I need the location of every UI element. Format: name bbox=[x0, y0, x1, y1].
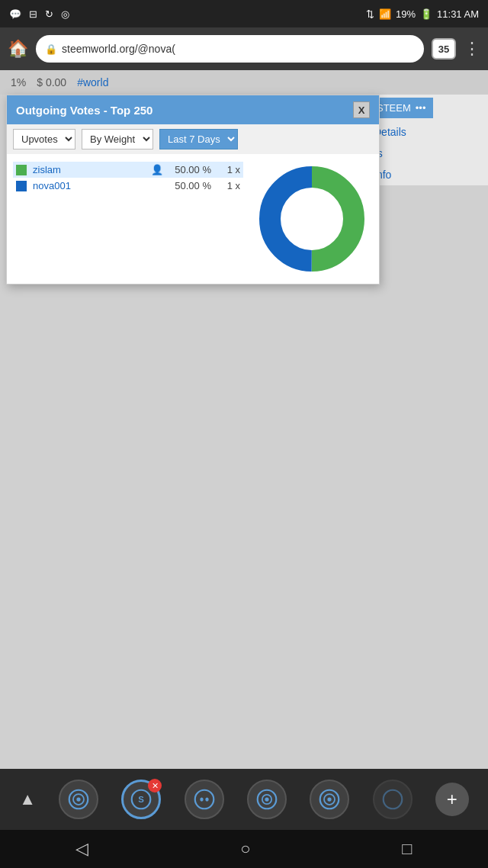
svg-text:S: S bbox=[139, 795, 145, 804]
nav-btn-discord[interactable] bbox=[185, 780, 224, 819]
sys-nav: ◁ ○ □ bbox=[0, 830, 488, 868]
lock-icon: 🔒 bbox=[45, 43, 57, 55]
signal-icon: 📶 bbox=[379, 8, 391, 20]
close-badge: ✕ bbox=[148, 779, 162, 792]
vote-item[interactable]: zislam 👤 50.00 % 1 x bbox=[13, 162, 243, 178]
vote-list: zislam 👤 50.00 % 1 x nova001 50.00 % 1 x bbox=[13, 162, 243, 276]
vote-count-1: 1 x bbox=[217, 164, 240, 175]
svg-point-11 bbox=[205, 797, 208, 801]
network-icon: ⇅ bbox=[366, 8, 374, 20]
vote-name-2[interactable]: nova001 bbox=[33, 180, 145, 191]
world-tag[interactable]: #world bbox=[77, 76, 108, 88]
modal-close-button[interactable]: X bbox=[353, 101, 370, 118]
recents-button[interactable]: □ bbox=[402, 839, 412, 859]
svg-point-18 bbox=[383, 790, 402, 809]
battery-text: 19% bbox=[396, 8, 416, 20]
vote-type-select[interactable]: Upvotes bbox=[13, 129, 75, 149]
sort-select[interactable]: By Weight bbox=[82, 129, 153, 149]
nav-btn-sync[interactable] bbox=[310, 780, 349, 819]
blue-color-box bbox=[16, 181, 27, 191]
person-icon-1: 👤 bbox=[151, 164, 163, 175]
vote-item[interactable]: nova001 50.00 % 1 x bbox=[13, 178, 243, 194]
url-bar[interactable]: 🔒 steemworld.org/@nova( bbox=[36, 35, 424, 63]
whatsapp-icon: 💬 bbox=[9, 8, 21, 20]
page-area: 1% $ 0.00 #world STEEM ••• Details rs In… bbox=[0, 70, 488, 769]
modal-header: Outgoing Votes - Top 250 X bbox=[7, 95, 379, 124]
time: 11:31 AM bbox=[437, 8, 479, 20]
svg-point-14 bbox=[265, 797, 268, 801]
home-sys-button[interactable]: ○ bbox=[240, 839, 250, 859]
scroll-up-button[interactable]: ▲ bbox=[19, 789, 36, 809]
status-bar: 💬 ⊟ ↻ ◎ ⇅ 📶 19% 🔋 11:31 AM bbox=[0, 0, 488, 27]
circle-arrow-icon-1 bbox=[68, 789, 89, 810]
sync-icon bbox=[319, 789, 340, 810]
vote-pct-1: 50.00 % bbox=[169, 164, 211, 175]
period-select[interactable]: Last 7 Days bbox=[159, 129, 238, 149]
nav-btn-partial[interactable] bbox=[373, 780, 413, 819]
nav-btn-steem[interactable]: ✕ S bbox=[121, 780, 161, 819]
green-color-box bbox=[16, 165, 27, 175]
svg-point-17 bbox=[328, 797, 332, 801]
donut-svg bbox=[255, 162, 369, 276]
copy-icon: ⊟ bbox=[29, 8, 37, 20]
details-link[interactable]: Details bbox=[366, 121, 488, 143]
svg-point-10 bbox=[200, 797, 203, 801]
discord-icon bbox=[194, 789, 215, 810]
percent-value: 1% bbox=[11, 76, 26, 88]
amount-value: $ 0.00 bbox=[37, 76, 66, 88]
tab-count[interactable]: 35 bbox=[432, 38, 456, 59]
nav-btn-refresh[interactable] bbox=[247, 780, 287, 819]
location-icon: ◎ bbox=[61, 8, 69, 20]
donut-chart bbox=[251, 162, 373, 276]
dots-icon: ••• bbox=[416, 102, 426, 114]
add-button[interactable]: + bbox=[435, 783, 469, 816]
partial-icon bbox=[382, 789, 403, 810]
vote-count-2: 1 x bbox=[217, 180, 240, 191]
top-strip: 1% $ 0.00 #world bbox=[0, 70, 488, 95]
info-link[interactable]: Info bbox=[366, 164, 488, 185]
status-info: ⇅ 📶 19% 🔋 11:31 AM bbox=[366, 8, 479, 20]
url-text: steemworld.org/@nova( bbox=[62, 43, 175, 55]
nav-btn-1[interactable] bbox=[59, 780, 98, 819]
status-icons: 💬 ⊟ ↻ ◎ bbox=[9, 8, 69, 20]
sync-icon: ↻ bbox=[45, 8, 53, 20]
home-button[interactable]: 🏠 bbox=[8, 39, 28, 59]
browser-bar: 🏠 🔒 steemworld.org/@nova( 35 ⋮ bbox=[0, 27, 488, 70]
back-button[interactable]: ◁ bbox=[75, 839, 88, 859]
vote-pct-2: 50.00 % bbox=[169, 180, 211, 191]
svg-point-6 bbox=[77, 797, 81, 801]
ers-link[interactable]: rs bbox=[366, 143, 488, 164]
bg-content: STEEM ••• Details rs Info bbox=[366, 95, 488, 185]
vote-name-1[interactable]: zislam bbox=[33, 164, 145, 175]
modal-title: Outgoing Votes - Top 250 bbox=[16, 104, 152, 117]
svg-point-9 bbox=[194, 790, 214, 809]
battery-icon: 🔋 bbox=[420, 8, 432, 20]
svg-point-2 bbox=[283, 190, 341, 248]
modal-filters: Upvotes By Weight Last 7 Days bbox=[7, 124, 379, 154]
modal-body: zislam 👤 50.00 % 1 x nova001 50.00 % 1 x bbox=[7, 154, 379, 284]
steem-icon: S bbox=[130, 789, 152, 810]
refresh-icon bbox=[256, 789, 278, 810]
modal-popup: Outgoing Votes - Top 250 X Upvotes By We… bbox=[6, 95, 380, 285]
more-button[interactable]: ⋮ bbox=[464, 39, 480, 59]
bottom-nav: ▲ ✕ S bbox=[0, 769, 488, 830]
